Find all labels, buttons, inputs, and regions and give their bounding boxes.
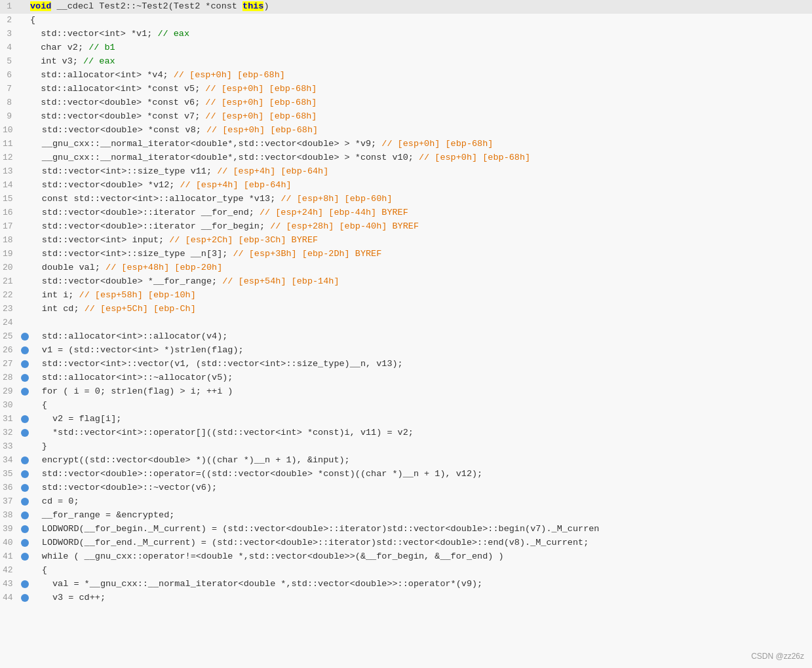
code-line: 26 v1 = (std::vector<int> *)strlen(flag)… bbox=[0, 344, 812, 358]
code-line: 14 std::vector<double> *v12; // [esp+4h]… bbox=[0, 179, 812, 193]
line-number: 14 bbox=[0, 179, 21, 192]
line-content: } bbox=[31, 440, 812, 454]
line-content: int i; // [esp+58h] [ebp-10h] bbox=[31, 289, 812, 303]
code-line: 40 LODWORD(__for_end._M_current) = (std:… bbox=[0, 536, 812, 550]
line-number: 24 bbox=[0, 316, 21, 329]
line-number: 37 bbox=[0, 495, 21, 508]
line-content: { bbox=[31, 399, 812, 413]
breakpoint-dot[interactable] bbox=[21, 429, 29, 437]
line-number: 38 bbox=[0, 509, 21, 522]
code-line: 12 __gnu_cxx::__normal_iterator<double*,… bbox=[0, 151, 812, 165]
line-number: 42 bbox=[0, 564, 21, 577]
line-number: 11 bbox=[0, 138, 21, 151]
line-content: std::vector<int> input; // [esp+2Ch] [eb… bbox=[31, 234, 812, 248]
code-line: 7 std::allocator<int> *const v5; // [esp… bbox=[0, 83, 812, 96]
code-line: 22 int i; // [esp+58h] [ebp-10h] bbox=[0, 289, 812, 303]
line-number: 26 bbox=[0, 344, 21, 357]
line-number: 25 bbox=[0, 330, 21, 343]
line-content: std::vector<double> *const v7; // [esp+0… bbox=[30, 110, 812, 124]
code-line: 10 std::vector<double> *const v8; // [es… bbox=[0, 124, 812, 138]
line-content: { bbox=[30, 14, 812, 28]
code-line: 24 bbox=[0, 316, 812, 330]
code-line: 36 std::vector<double>::~vector(v6); bbox=[0, 481, 812, 495]
line-number: 3 bbox=[0, 28, 20, 41]
line-content: v3 = cd++; bbox=[31, 591, 812, 605]
code-line: 16 std::vector<double>::iterator __for_e… bbox=[0, 206, 812, 220]
line-content: std::allocator<int> *v4; // [esp+0h] [eb… bbox=[30, 69, 812, 83]
breakpoint-dot[interactable] bbox=[21, 374, 29, 382]
line-number: 36 bbox=[0, 481, 21, 494]
line-content: std::vector<double> *v12; // [esp+4h] [e… bbox=[31, 179, 812, 193]
line-content: std::vector<int> *v1; // eax bbox=[30, 28, 812, 41]
breakpoint-dot[interactable] bbox=[21, 580, 29, 588]
code-line: 4 char v2; // b1 bbox=[0, 41, 812, 55]
line-number: 6 bbox=[0, 69, 20, 82]
line-number: 12 bbox=[0, 151, 21, 164]
line-content: encrypt((std::vector<double> *)((char *)… bbox=[31, 454, 812, 468]
breakpoint-dot[interactable] bbox=[21, 470, 29, 478]
line-content: void __cdecl Test2::~Test2(Test2 *const … bbox=[30, 0, 812, 14]
breakpoint-dot[interactable] bbox=[21, 498, 29, 506]
breakpoint-dot[interactable] bbox=[21, 594, 29, 602]
line-content: std::vector<double>::iterator __for_end;… bbox=[31, 206, 812, 220]
code-container: 1void __cdecl Test2::~Test2(Test2 *const… bbox=[0, 0, 812, 668]
breakpoint-dot[interactable] bbox=[21, 553, 29, 561]
breakpoint-dot[interactable] bbox=[21, 484, 29, 492]
line-content: std::allocator<int>::~allocator(v5); bbox=[31, 371, 812, 385]
breakpoint-dot[interactable] bbox=[21, 346, 29, 354]
code-line: 30 { bbox=[0, 399, 812, 413]
line-number: 7 bbox=[0, 83, 20, 96]
line-content: std::vector<int>::vector(v1, (std::vecto… bbox=[31, 358, 812, 371]
breakpoint-dot[interactable] bbox=[21, 456, 29, 464]
line-content: std::vector<int>::size_type v11; // [esp… bbox=[31, 165, 812, 179]
breakpoint-dot[interactable] bbox=[21, 511, 29, 519]
breakpoint-dot[interactable] bbox=[21, 388, 29, 396]
line-number: 32 bbox=[0, 426, 21, 439]
code-line: 5 int v3; // eax bbox=[0, 55, 812, 69]
breakpoint-dot[interactable] bbox=[21, 360, 29, 368]
code-line: 32 *std::vector<int>::operator[]((std::v… bbox=[0, 426, 812, 440]
line-content: for ( i = 0; strlen(flag) > i; ++i ) bbox=[31, 385, 812, 399]
code-line: 20 double val; // [esp+48h] [ebp-20h] bbox=[0, 261, 812, 275]
line-content: LODWORD(__for_begin._M_current) = (std::… bbox=[31, 523, 812, 536]
code-line: 11 __gnu_cxx::__normal_iterator<double*,… bbox=[0, 138, 812, 151]
breakpoint-dot[interactable] bbox=[21, 333, 29, 341]
code-line: 6 std::allocator<int> *v4; // [esp+0h] [… bbox=[0, 69, 812, 83]
code-line: 42 { bbox=[0, 564, 812, 578]
line-number: 35 bbox=[0, 468, 21, 481]
line-number: 40 bbox=[0, 536, 21, 549]
code-line: 19 std::vector<int>::size_type __n[3]; /… bbox=[0, 248, 812, 261]
code-line: 28 std::allocator<int>::~allocator(v5); bbox=[0, 371, 812, 385]
line-number: 15 bbox=[0, 193, 21, 206]
line-content: std::allocator<int> *const v5; // [esp+0… bbox=[30, 83, 812, 96]
code-line: 43 val = *__gnu_cxx::__normal_iterator<d… bbox=[0, 578, 812, 591]
line-number: 4 bbox=[0, 41, 20, 54]
line-number: 5 bbox=[0, 55, 20, 68]
line-content: char v2; // b1 bbox=[30, 41, 812, 55]
breakpoint-dot[interactable] bbox=[21, 415, 29, 423]
line-content: __gnu_cxx::__normal_iterator<double*,std… bbox=[31, 138, 812, 151]
code-line: 8 std::vector<double> *const v6; // [esp… bbox=[0, 96, 812, 110]
line-content: double val; // [esp+48h] [ebp-20h] bbox=[31, 261, 812, 275]
line-number: 18 bbox=[0, 234, 21, 247]
line-number: 20 bbox=[0, 261, 21, 274]
line-content: std::vector<int>::size_type __n[3]; // [… bbox=[31, 248, 812, 261]
line-content: int cd; // [esp+5Ch] [ebp-Ch] bbox=[31, 303, 812, 316]
line-number: 31 bbox=[0, 413, 21, 426]
code-line: 41 while ( __gnu_cxx::operator!=<double … bbox=[0, 550, 812, 564]
line-number: 33 bbox=[0, 440, 21, 453]
line-content: v1 = (std::vector<int> *)strlen(flag); bbox=[31, 344, 812, 358]
line-content: int v3; // eax bbox=[30, 55, 812, 69]
line-content: std::vector<double> *__for_range; // [es… bbox=[31, 275, 812, 289]
line-content: LODWORD(__for_end._M_current) = (std::ve… bbox=[31, 536, 812, 550]
code-line: 29 for ( i = 0; strlen(flag) > i; ++i ) bbox=[0, 385, 812, 399]
breakpoint-dot[interactable] bbox=[21, 525, 29, 533]
breakpoint-dot[interactable] bbox=[21, 539, 29, 547]
code-line: 44 v3 = cd++; bbox=[0, 591, 812, 605]
line-content: cd = 0; bbox=[31, 495, 812, 509]
line-number: 41 bbox=[0, 550, 21, 563]
code-line: 38 __for_range = &encrypted; bbox=[0, 509, 812, 523]
code-line: 13 std::vector<int>::size_type v11; // [… bbox=[0, 165, 812, 179]
code-line: 39 LODWORD(__for_begin._M_current) = (st… bbox=[0, 523, 812, 536]
line-number: 27 bbox=[0, 358, 21, 371]
